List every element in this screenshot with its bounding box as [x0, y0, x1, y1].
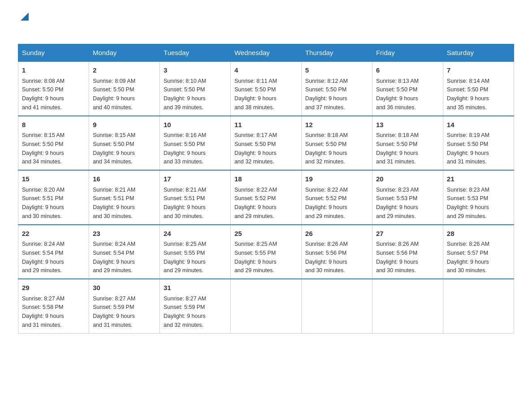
calendar-cell: [231, 279, 301, 333]
day-info: Sunrise: 8:21 AMSunset: 5:51 PMDaylight:…: [93, 187, 135, 219]
day-number: 30: [93, 283, 156, 293]
day-info: Sunrise: 8:22 AMSunset: 5:52 PMDaylight:…: [305, 187, 348, 219]
header-monday: Monday: [89, 44, 160, 62]
day-info: Sunrise: 8:26 AMSunset: 5:57 PMDaylight:…: [447, 241, 489, 274]
calendar-cell: 10 Sunrise: 8:16 AMSunset: 5:50 PMDaylig…: [160, 116, 231, 171]
calendar-cell: 20 Sunrise: 8:23 AMSunset: 5:53 PMDaylig…: [372, 170, 443, 225]
day-number: 5: [305, 65, 369, 76]
day-info: Sunrise: 8:16 AMSunset: 5:50 PMDaylight:…: [163, 132, 206, 165]
day-info: Sunrise: 8:10 AMSunset: 5:50 PMDaylight:…: [163, 78, 206, 111]
calendar-table: SundayMondayTuesdayWednesdayThursdayFrid…: [18, 44, 514, 334]
calendar-cell: 31 Sunrise: 8:27 AMSunset: 5:59 PMDaylig…: [160, 279, 231, 333]
day-number: 6: [376, 65, 439, 76]
header-friday: Friday: [372, 44, 443, 62]
day-number: 27: [376, 229, 439, 239]
day-number: 23: [93, 229, 156, 239]
calendar-cell: 11 Sunrise: 8:17 AMSunset: 5:50 PMDaylig…: [231, 116, 301, 171]
header-thursday: Thursday: [301, 44, 372, 62]
calendar-cell: [443, 279, 514, 333]
calendar-cell: 7 Sunrise: 8:14 AMSunset: 5:50 PMDayligh…: [443, 61, 514, 116]
calendar-week-row: 8 Sunrise: 8:15 AMSunset: 5:50 PMDayligh…: [18, 116, 514, 171]
day-info: Sunrise: 8:09 AMSunset: 5:50 PMDaylight:…: [93, 78, 135, 111]
day-info: Sunrise: 8:25 AMSunset: 5:55 PMDaylight:…: [234, 241, 277, 274]
day-number: 18: [234, 174, 297, 184]
page-header: [18, 13, 514, 35]
calendar-cell: 23 Sunrise: 8:24 AMSunset: 5:54 PMDaylig…: [89, 225, 160, 279]
day-number: 14: [447, 120, 510, 130]
day-number: 4: [234, 65, 297, 76]
logo-triangle-icon: [19, 13, 29, 22]
calendar-week-row: 15 Sunrise: 8:20 AMSunset: 5:51 PMDaylig…: [18, 170, 514, 225]
day-info: Sunrise: 8:18 AMSunset: 5:50 PMDaylight:…: [305, 132, 348, 165]
header-sunday: Sunday: [18, 44, 89, 62]
calendar-cell: 3 Sunrise: 8:10 AMSunset: 5:50 PMDayligh…: [160, 61, 231, 116]
day-number: 3: [163, 65, 227, 76]
header-tuesday: Tuesday: [160, 44, 231, 62]
calendar-cell: 29 Sunrise: 8:27 AMSunset: 5:58 PMDaylig…: [18, 279, 89, 333]
calendar-week-row: 29 Sunrise: 8:27 AMSunset: 5:58 PMDaylig…: [18, 279, 514, 333]
day-info: Sunrise: 8:12 AMSunset: 5:50 PMDaylight:…: [305, 78, 348, 111]
day-number: 2: [93, 65, 156, 76]
calendar-week-row: 22 Sunrise: 8:24 AMSunset: 5:54 PMDaylig…: [18, 225, 514, 279]
day-number: 16: [93, 174, 156, 184]
day-info: Sunrise: 8:26 AMSunset: 5:56 PMDaylight:…: [305, 241, 348, 274]
calendar-cell: 4 Sunrise: 8:11 AMSunset: 5:50 PMDayligh…: [231, 61, 301, 116]
day-info: Sunrise: 8:27 AMSunset: 5:59 PMDaylight:…: [93, 295, 135, 328]
day-info: Sunrise: 8:26 AMSunset: 5:56 PMDaylight:…: [376, 241, 419, 274]
day-info: Sunrise: 8:25 AMSunset: 5:55 PMDaylight:…: [163, 241, 206, 274]
day-info: Sunrise: 8:24 AMSunset: 5:54 PMDaylight:…: [93, 241, 135, 274]
calendar-cell: 26 Sunrise: 8:26 AMSunset: 5:56 PMDaylig…: [301, 225, 372, 279]
calendar-cell: 30 Sunrise: 8:27 AMSunset: 5:59 PMDaylig…: [89, 279, 160, 333]
day-info: Sunrise: 8:23 AMSunset: 5:53 PMDaylight:…: [447, 187, 489, 219]
day-info: Sunrise: 8:22 AMSunset: 5:52 PMDaylight:…: [234, 187, 277, 219]
day-number: 9: [93, 120, 156, 130]
day-number: 28: [447, 229, 510, 239]
calendar-cell: 6 Sunrise: 8:13 AMSunset: 5:50 PMDayligh…: [372, 61, 443, 116]
day-info: Sunrise: 8:24 AMSunset: 5:54 PMDaylight:…: [22, 241, 64, 274]
logo: [18, 13, 29, 35]
day-info: Sunrise: 8:17 AMSunset: 5:50 PMDaylight:…: [234, 132, 277, 165]
calendar-cell: 28 Sunrise: 8:26 AMSunset: 5:57 PMDaylig…: [443, 225, 514, 279]
day-info: Sunrise: 8:15 AMSunset: 5:50 PMDaylight:…: [93, 132, 135, 165]
day-number: 15: [22, 174, 85, 184]
calendar-cell: 9 Sunrise: 8:15 AMSunset: 5:50 PMDayligh…: [89, 116, 160, 171]
calendar-cell: 1 Sunrise: 8:08 AMSunset: 5:50 PMDayligh…: [18, 61, 89, 116]
day-number: 25: [234, 229, 297, 239]
calendar-cell: 25 Sunrise: 8:25 AMSunset: 5:55 PMDaylig…: [231, 225, 301, 279]
calendar-cell: 13 Sunrise: 8:18 AMSunset: 5:50 PMDaylig…: [372, 116, 443, 171]
calendar-cell: 18 Sunrise: 8:22 AMSunset: 5:52 PMDaylig…: [231, 170, 301, 225]
day-number: 17: [163, 174, 227, 184]
header-saturday: Saturday: [443, 44, 514, 62]
calendar-cell: 22 Sunrise: 8:24 AMSunset: 5:54 PMDaylig…: [18, 225, 89, 279]
calendar-week-row: 1 Sunrise: 8:08 AMSunset: 5:50 PMDayligh…: [18, 61, 514, 116]
calendar-cell: 19 Sunrise: 8:22 AMSunset: 5:52 PMDaylig…: [301, 170, 372, 225]
day-number: 31: [163, 283, 227, 293]
day-info: Sunrise: 8:23 AMSunset: 5:53 PMDaylight:…: [376, 187, 419, 219]
calendar-cell: 12 Sunrise: 8:18 AMSunset: 5:50 PMDaylig…: [301, 116, 372, 171]
calendar-cell: [301, 279, 372, 333]
day-info: Sunrise: 8:11 AMSunset: 5:50 PMDaylight:…: [234, 78, 277, 111]
calendar-header-row: SundayMondayTuesdayWednesdayThursdayFrid…: [18, 44, 514, 62]
day-info: Sunrise: 8:08 AMSunset: 5:50 PMDaylight:…: [22, 78, 64, 111]
calendar-cell: 17 Sunrise: 8:21 AMSunset: 5:51 PMDaylig…: [160, 170, 231, 225]
day-info: Sunrise: 8:27 AMSunset: 5:58 PMDaylight:…: [22, 295, 64, 328]
calendar-cell: 2 Sunrise: 8:09 AMSunset: 5:50 PMDayligh…: [89, 61, 160, 116]
day-number: 22: [22, 229, 85, 239]
day-number: 10: [163, 120, 227, 130]
day-number: 21: [447, 174, 510, 184]
day-info: Sunrise: 8:15 AMSunset: 5:50 PMDaylight:…: [22, 132, 64, 165]
day-info: Sunrise: 8:20 AMSunset: 5:51 PMDaylight:…: [22, 187, 64, 219]
day-number: 12: [305, 120, 369, 130]
day-info: Sunrise: 8:18 AMSunset: 5:50 PMDaylight:…: [376, 132, 419, 165]
day-info: Sunrise: 8:13 AMSunset: 5:50 PMDaylight:…: [376, 78, 419, 111]
day-number: 29: [22, 283, 85, 293]
calendar-cell: 5 Sunrise: 8:12 AMSunset: 5:50 PMDayligh…: [301, 61, 372, 116]
day-number: 8: [22, 120, 85, 130]
calendar-cell: 15 Sunrise: 8:20 AMSunset: 5:51 PMDaylig…: [18, 170, 89, 225]
day-number: 26: [305, 229, 369, 239]
day-number: 20: [376, 174, 439, 184]
calendar-cell: [372, 279, 443, 333]
calendar-cell: 8 Sunrise: 8:15 AMSunset: 5:50 PMDayligh…: [18, 116, 89, 171]
day-info: Sunrise: 8:21 AMSunset: 5:51 PMDaylight:…: [163, 187, 206, 219]
svg-marker-0: [21, 13, 29, 21]
